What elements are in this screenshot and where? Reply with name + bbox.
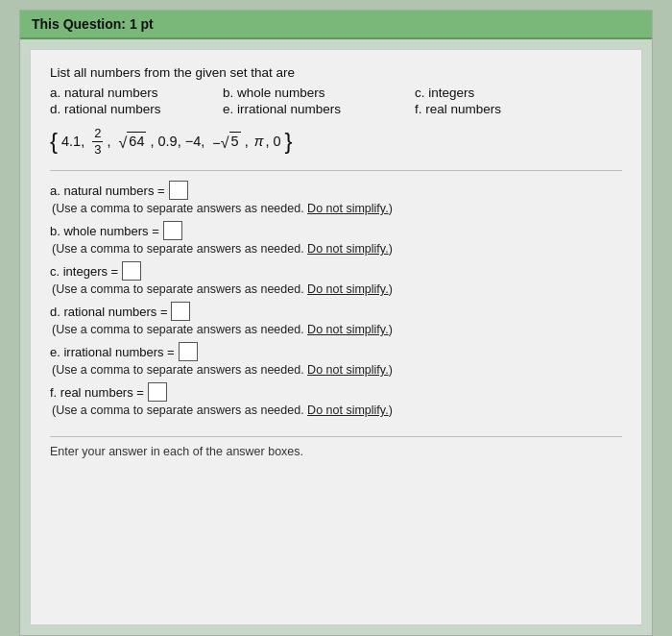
answer-input-f[interactable] bbox=[148, 382, 167, 402]
neg-sqrt-5: −√5 bbox=[212, 132, 240, 150]
category-a: a. natural numbers bbox=[50, 86, 223, 100]
answer-input-b[interactable] bbox=[163, 221, 182, 240]
open-brace: { bbox=[50, 130, 58, 153]
answer-row-d: d. rational numbers = bbox=[50, 302, 622, 321]
answer-row-e: e. irrational numbers = bbox=[50, 342, 622, 361]
category-d: d. rational numbers bbox=[50, 102, 223, 116]
answer-row-b: b. whole numbers = bbox=[50, 221, 622, 240]
answer-input-a[interactable] bbox=[169, 181, 188, 200]
answer-label-c: c. integers = bbox=[50, 264, 118, 279]
math-content: 4.1, 2 3 , √64 , 0.9, −4, −√5 , π, 0 bbox=[58, 126, 285, 157]
answer-input-e[interactable] bbox=[179, 342, 198, 361]
hint-e: (Use a comma to separate answers as need… bbox=[52, 363, 622, 377]
category-c: c. integers bbox=[415, 86, 588, 100]
answer-row-f: f. real numbers = bbox=[50, 382, 622, 402]
answer-label-d: d. rational numbers = bbox=[50, 305, 167, 319]
hint-a: (Use a comma to separate answers as need… bbox=[52, 202, 622, 215]
hint-d: (Use a comma to separate answers as need… bbox=[52, 323, 622, 336]
category-e: e. irrational numbers bbox=[223, 102, 415, 116]
header-bar: This Question: 1 pt bbox=[20, 11, 652, 39]
answer-row-c: c. integers = bbox=[50, 261, 622, 281]
category-b: b. whole numbers bbox=[223, 86, 415, 100]
footer-note: Enter your answer in each of the answer … bbox=[50, 436, 622, 458]
pi-symbol: π bbox=[254, 134, 264, 149]
outer-container: This Question: 1 pt List all numbers fro… bbox=[19, 10, 653, 636]
hint-c: (Use a comma to separate answers as need… bbox=[52, 282, 622, 296]
header-points: 1 pt bbox=[130, 16, 154, 32]
answer-label-a: a. natural numbers = bbox=[50, 183, 165, 198]
answer-input-c[interactable] bbox=[122, 261, 141, 281]
instruction: List all numbers from the given set that… bbox=[50, 65, 622, 80]
answer-label-b: b. whole numbers = bbox=[50, 224, 159, 238]
hint-f: (Use a comma to separate answers as need… bbox=[52, 404, 622, 417]
sqrt-64: √64 bbox=[119, 132, 147, 150]
divider bbox=[50, 170, 622, 171]
answer-row-a: a. natural numbers = bbox=[50, 181, 622, 200]
answer-label-f: f. real numbers = bbox=[50, 385, 144, 400]
answer-label-e: e. irrational numbers = bbox=[50, 345, 175, 359]
category-grid: a. natural numbers b. whole numbers c. i… bbox=[50, 86, 622, 116]
footer-text: Enter your answer in each of the answer … bbox=[50, 445, 303, 458]
category-f: f. real numbers bbox=[415, 102, 588, 116]
question-body: List all numbers from the given set that… bbox=[50, 65, 622, 458]
fraction-2-3: 2 3 bbox=[92, 126, 103, 157]
main-content: List all numbers from the given set that… bbox=[30, 49, 642, 625]
close-brace: } bbox=[285, 130, 293, 153]
answer-input-d[interactable] bbox=[171, 302, 190, 321]
math-set: { 4.1, 2 3 , √64 , 0.9, −4, −√5 , bbox=[50, 126, 622, 157]
header-label-text: This Question: bbox=[32, 16, 126, 32]
hint-b: (Use a comma to separate answers as need… bbox=[52, 242, 622, 256]
header-label: This Question: 1 pt bbox=[32, 16, 154, 32]
